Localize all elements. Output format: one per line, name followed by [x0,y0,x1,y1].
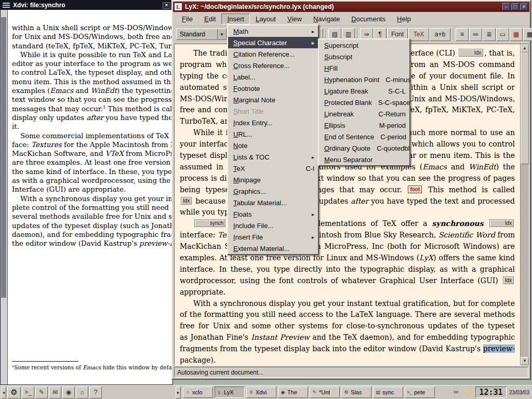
italic-text: Emacs [50,87,73,95]
insert-menu-item-label[interactable]: Label... [228,71,318,83]
toc-button[interactable]: ≣ [483,28,496,41]
insert-menu-item-note[interactable]: Note [228,140,318,151]
mail-launcher[interactable]: ✉ [49,387,61,398]
menubar-item-documents[interactable]: Documents [345,14,391,24]
special-char-item-protected-blank[interactable]: Protected BlankS-C-space [319,97,409,108]
insert-menu-item-external-material[interactable]: External Material... [228,243,318,254]
task-button-xclo[interactable]: ○xclo [183,387,213,398]
itemize-button[interactable]: ≡ [456,28,469,41]
task-button-sync[interactable]: ▤sync [373,387,403,398]
panel-date: 23/03/03 [508,390,531,395]
window-menu-icon[interactable] [3,3,10,8]
menubar-item-navigate[interactable]: Navigate [308,14,345,24]
menubar-item-file[interactable]: File [176,14,198,24]
insert-menu-item-index-entry[interactable]: Index Entry... [228,117,318,128]
index-inset-chip[interactable]: Idx [503,276,514,284]
text-run: standard (teTeX, fpTeX, MiKTeX, PC-TeX, … [12,42,172,50]
table-button[interactable]: ▦ [523,28,532,41]
insert-menu-item-minipage[interactable]: Minipage [228,174,318,185]
insert-menu-item-graphics[interactable]: Graphics... [228,185,318,197]
xdvi-line: editor as your interface to the program … [12,59,172,68]
insert-menu-item-floats[interactable]: Floats▸ [228,208,318,220]
figure-button[interactable]: ▦ [510,28,523,41]
chevron-down-icon[interactable]: ▼ [217,29,226,39]
task-button-lyx[interactable]: LLyX [215,387,245,398]
insert-menu-item-include-file[interactable]: Include File... [228,220,318,231]
index-inset-chip[interactable]: Idx [489,219,514,227]
scroll-down-icon[interactable]: ▼ [521,357,529,365]
insert-menu-item-cross-reference[interactable]: Cross Reference... [228,60,318,71]
help-launcher[interactable]: ? [89,387,102,398]
special-char-item-subscript[interactable]: Subscript [319,51,409,62]
index-inset-chip[interactable]: synch [194,219,225,227]
menubar-item-view[interactable]: View [282,14,308,24]
insert-menu-item-marginal-note[interactable]: Marginal Note [228,94,318,105]
insert-menu-item-insert-file[interactable]: Insert File▸ [228,231,318,243]
xdvi-line: the same kind of interface. In these, yo… [12,167,172,176]
special-char-item-superscript[interactable]: Superscript [319,39,409,51]
special-char-item-menu-separator[interactable]: Menu Separator [319,154,409,165]
task-button-slas[interactable]: ⚙Slas [341,387,371,398]
insert-menu-item-short-title[interactable]: Short Title [228,105,318,117]
editor-launcher[interactable]: ✎ [35,387,48,398]
menubar-item-help[interactable]: Help [391,14,417,24]
xdvi-line: as with a graphical wordprocessor, using… [12,176,172,185]
close-button[interactable]: ✕ [163,2,170,9]
special-char-item-linebreak[interactable]: LinebreakC-Return [319,108,409,119]
browser-launcher[interactable]: ◉ [62,387,75,398]
text-run: package). [180,356,216,364]
layout-combo[interactable]: Standard ▼ [176,29,227,40]
insert-menu-item-tabular-material[interactable]: Tabular Material... [228,197,318,208]
task-button-unt[interactable]: ✎*Unt [310,387,340,398]
insert-menu-item-footnote[interactable]: Footnote [228,83,318,94]
task-button-pete[interactable]: >_pete [405,387,435,398]
menu-item-label: Graphics... [233,188,266,195]
scrollbar-thumb[interactable] [1,17,6,298]
menubar-item-edit[interactable]: Edit [198,14,221,24]
italic-text: Emacs [422,163,447,171]
terminal-launcher[interactable]: >_ [22,387,34,398]
float-button[interactable]: ▭ [496,28,509,41]
insert-menu-item-special-character[interactable]: Special Character▸ [228,37,318,48]
math-mode-button[interactable]: a+b [430,28,450,41]
menubar-item-insert[interactable]: Insert [221,14,250,24]
close-button[interactable]: ✕ [520,3,528,10]
klipper-tray-icon[interactable]: ✂ [450,387,462,398]
special-char-item-ellipsis[interactable]: EllipsisM-period [319,119,409,131]
scrollbar-thumb[interactable] [521,52,529,164]
menu-item-label: Citation Reference... [233,50,295,58]
footnote-inset-chip[interactable]: foot [408,185,422,193]
special-char-item-end-of-sentence[interactable]: End of SentenceC-period [319,131,409,142]
insert-menu-item-math[interactable]: Math▸ [228,25,318,37]
power-tray-icon[interactable]: ⚡ [463,387,474,398]
menubar-item-layout[interactable]: Layout [250,14,282,24]
insert-menu-item-lists-toc[interactable]: Lists & TOC▸ [228,151,318,163]
insert-menu-item-url[interactable]: URL... [228,128,318,140]
task-scroll-icon[interactable]: ▸ [176,387,181,398]
xdvi-scrollbar[interactable] [1,10,8,384]
special-char-item-hfill[interactable]: HFill [319,62,409,74]
enumerate-button[interactable]: ≔ [469,28,482,41]
tex-mode-button[interactable]: TeX [408,28,429,41]
index-inset-chip[interactable]: Idx [181,197,192,205]
insert-menu-item-tex[interactable]: TeXC-l [228,163,318,174]
menu-item-label: Ellipsis [324,122,345,129]
home-launcher[interactable]: ⌂ [76,387,88,398]
task-button-the[interactable]: ◉The [278,387,308,398]
special-char-item-ligature-break[interactable]: Ligature BreakS-C-L [319,85,409,97]
task-button-xdvi[interactable]: XXdvi [246,387,276,398]
minimize-button[interactable]: – [502,3,510,10]
special-char-item-hyphenation-point[interactable]: Hyphenation PointC-minus [319,74,409,85]
k-menu-button[interactable]: ⚙ [7,387,21,398]
lyx-titlebar[interactable]: L LyX: ~/doc/beginlatex/src/synchro.lyx … [173,2,529,12]
scroll-up-icon[interactable]: ▲ [521,44,529,52]
special-char-item-ordinary-quote[interactable]: Ordinary QuoteC-quotedbl [319,142,409,154]
document-scrollbar[interactable]: ▲ ▼ [520,44,529,365]
index-inset-chip[interactable]: Idx [459,49,483,57]
text-run: While it is quite possible to run TeX an… [20,51,172,59]
lyx-app-icon[interactable]: L [175,3,182,10]
xdvi-titlebar[interactable]: Xdvi: file:synchro ✕ [1,1,172,10]
maximize-button[interactable]: □ [511,3,519,10]
panel-hide-icon[interactable]: ◂ [1,387,6,398]
insert-menu-item-citation-reference[interactable]: Citation Reference... [228,48,318,60]
